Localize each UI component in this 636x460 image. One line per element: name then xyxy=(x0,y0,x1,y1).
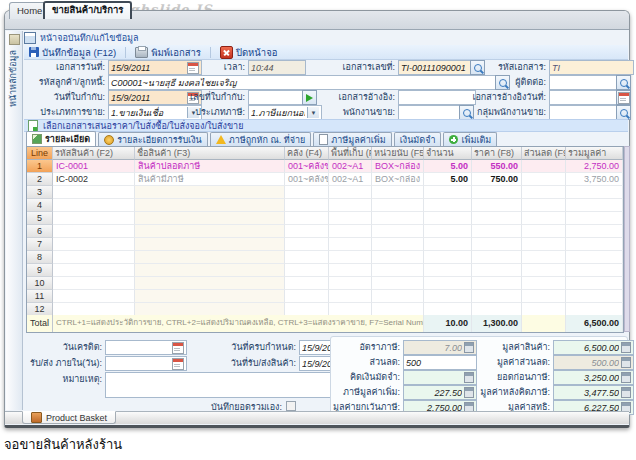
grid-cell[interactable]: 550.00 xyxy=(472,160,522,173)
print-button[interactable]: พิมพ์เอกสาร xyxy=(130,46,206,59)
grid-cell[interactable] xyxy=(424,277,472,290)
select-source-document-link[interactable]: เลือกเอกสารเสนอราคา/ใบสั่งซื้อ/ใบสั่งจอง… xyxy=(24,119,628,132)
grid-cell[interactable]: BOX~กล่อง xyxy=(372,160,424,173)
grid-vertical-scrollbar[interactable] xyxy=(624,146,630,332)
grid-header[interactable]: ชื่อสินค้า (F3) xyxy=(135,147,285,160)
grid-cell[interactable] xyxy=(53,212,135,225)
grid-cell[interactable]: 5.00 xyxy=(424,160,472,173)
grid-cell[interactable] xyxy=(329,186,372,199)
grid-cell[interactable] xyxy=(329,225,372,238)
grid-cell[interactable] xyxy=(424,212,472,225)
grid-cell[interactable] xyxy=(372,199,424,212)
grid-cell[interactable] xyxy=(135,290,285,303)
grid-cell[interactable] xyxy=(285,290,329,303)
grid-cell[interactable] xyxy=(285,264,329,277)
grid-cell[interactable] xyxy=(566,212,623,225)
invoice-no-input[interactable] xyxy=(248,90,306,105)
grid-cell[interactable] xyxy=(522,173,566,186)
grid-cell[interactable] xyxy=(372,251,424,264)
grid-cell[interactable] xyxy=(424,251,472,264)
grid-cell[interactable] xyxy=(329,290,372,303)
grid-cell[interactable] xyxy=(566,186,623,199)
grid-cell[interactable] xyxy=(285,277,329,290)
grid-cell[interactable] xyxy=(472,199,522,212)
grid-cell[interactable] xyxy=(472,251,522,264)
customer-input[interactable]: C00001~นายสุธี มงคลไชยเจริญ xyxy=(108,75,501,90)
grid-cell[interactable] xyxy=(424,290,472,303)
after-tax-input[interactable]: 3,477.50 xyxy=(553,385,634,400)
grid-cell[interactable]: IC-0001 xyxy=(53,160,135,173)
grid-cell[interactable] xyxy=(53,238,135,251)
grid-header[interactable]: จำนวน xyxy=(424,147,472,160)
grid-cell[interactable] xyxy=(135,186,285,199)
grid-cell[interactable] xyxy=(566,225,623,238)
grid-cell[interactable] xyxy=(285,251,329,264)
tab-product-basket[interactable]: Product Basket xyxy=(22,411,116,424)
grid-cell[interactable]: 5.00 xyxy=(424,173,472,186)
grid-cell[interactable] xyxy=(53,264,135,277)
save-button[interactable]: บันทึกข้อมูล (F12) xyxy=(24,46,121,59)
grid-cell[interactable]: 001~คลังขาย xyxy=(285,173,329,186)
grid-cell[interactable] xyxy=(522,212,566,225)
grid-cell[interactable]: 2,750.00 xyxy=(566,160,623,173)
grid-cell[interactable] xyxy=(135,277,285,290)
tab-detail[interactable]: รายละเอียด xyxy=(26,131,96,146)
grid-cell[interactable] xyxy=(566,277,623,290)
tab-more[interactable]: เพิ่มเติม xyxy=(443,132,497,146)
grid-cell[interactable] xyxy=(566,251,623,264)
grid-cell[interactable] xyxy=(522,199,566,212)
grid-cell[interactable] xyxy=(424,199,472,212)
row-number-cell[interactable]: 6 xyxy=(27,225,53,238)
grid-cell[interactable]: 750.00 xyxy=(472,173,522,186)
grid-cell[interactable] xyxy=(472,290,522,303)
grid-cell[interactable] xyxy=(53,277,135,290)
deposit-input[interactable] xyxy=(403,370,477,385)
grid-header[interactable]: พื้นที่เก็บ (F4) xyxy=(329,147,372,160)
grid-header[interactable]: หน่วยนับ (F5) xyxy=(372,147,424,160)
vat-input[interactable]: 227.50 xyxy=(403,385,477,400)
grid-cell[interactable] xyxy=(372,277,424,290)
tab-vat[interactable]: ภาษีมูลค่าเพิ่ม xyxy=(313,132,391,146)
grid-cell[interactable] xyxy=(53,199,135,212)
grid-cell[interactable] xyxy=(424,264,472,277)
grid-cell[interactable] xyxy=(566,290,623,303)
grid-cell[interactable] xyxy=(566,199,623,212)
grid-cell[interactable] xyxy=(424,238,472,251)
within-days-input[interactable] xyxy=(105,356,187,371)
discount-input[interactable]: 500 xyxy=(403,355,477,370)
goods-value-input[interactable]: 6,500.00 xyxy=(553,340,634,355)
contact-search-button[interactable] xyxy=(616,75,631,90)
grid-cell[interactable] xyxy=(472,225,522,238)
tab-withholding-tax[interactable]: ภาษีถูกหัก ณ. ที่จ่าย xyxy=(210,132,312,146)
grid-cell[interactable] xyxy=(472,264,522,277)
grid-cell[interactable] xyxy=(285,186,329,199)
calendar-icon[interactable] xyxy=(172,358,184,370)
grid-cell[interactable] xyxy=(566,238,623,251)
grid-cell[interactable] xyxy=(522,225,566,238)
row-number-cell[interactable]: 3 xyxy=(27,186,53,199)
row-number-cell[interactable]: 1 xyxy=(27,160,53,173)
grid-cell[interactable] xyxy=(472,186,522,199)
grid-cell[interactable] xyxy=(53,290,135,303)
grid-cell[interactable] xyxy=(329,251,372,264)
grid-cell[interactable] xyxy=(285,238,329,251)
grid-cell[interactable]: 001~คลังขาย xyxy=(285,160,329,173)
credit-days-input[interactable] xyxy=(105,340,187,355)
grid-cell[interactable] xyxy=(372,186,424,199)
grid-cell[interactable] xyxy=(135,251,285,264)
grid-cell[interactable] xyxy=(53,225,135,238)
row-number-cell[interactable]: 9 xyxy=(27,264,53,277)
row-number-cell[interactable]: 5 xyxy=(27,212,53,225)
row-number-cell[interactable]: 10 xyxy=(27,277,53,290)
ref-doc-date-calendar-button[interactable] xyxy=(616,90,631,105)
grid-cell[interactable] xyxy=(372,290,424,303)
grid-cell[interactable] xyxy=(522,238,566,251)
doc-no-search-button[interactable] xyxy=(470,60,485,75)
grid-cell[interactable]: BOX~กล่อง xyxy=(372,173,424,186)
row-number-cell[interactable]: 4 xyxy=(27,199,53,212)
calendar-icon[interactable] xyxy=(172,342,184,354)
grid-cell[interactable] xyxy=(372,238,424,251)
salesman-group-input[interactable] xyxy=(549,105,621,120)
doc-no-input[interactable]: TI-00111090001 xyxy=(398,60,476,75)
grid-cell[interactable] xyxy=(329,277,372,290)
